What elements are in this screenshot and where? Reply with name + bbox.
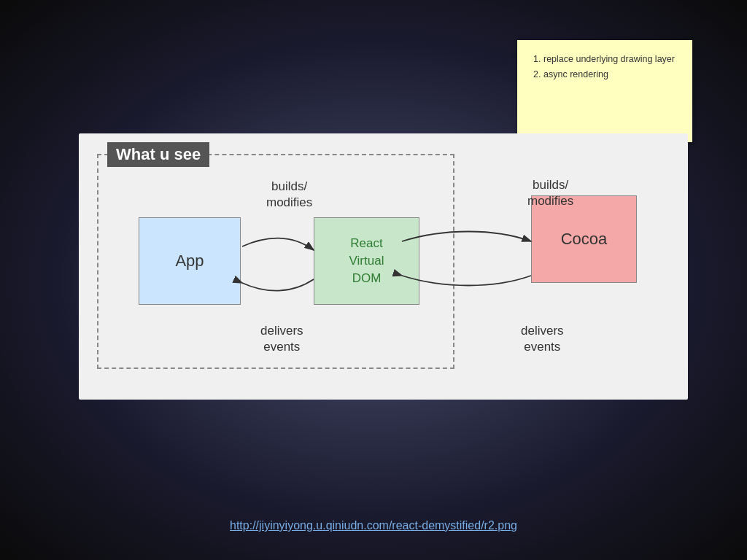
reference-link[interactable]: http://jiyinyiyong.u.qiniudn.com/react-d… [230,519,517,532]
sticky-item-1: replace underlying drawing layer [543,52,679,67]
what-u-see-label: What u see [107,142,209,167]
diagram-area: What u see App ReactVirtualDOM builds/mo… [97,154,454,369]
delivers-events-label-right: deliversevents [521,323,564,355]
builds-modifies-label-right: builds/modifies [527,177,573,209]
sticky-note: replace underlying drawing layer async r… [517,40,692,142]
virtual-dom-box: ReactVirtualDOM [314,217,419,305]
bottom-link-container: http://jiyinyiyong.u.qiniudn.com/react-d… [0,519,747,532]
delivers-events-label-left: deliversevents [260,323,303,355]
sticky-item-2: async rendering [543,67,679,82]
slide-container: What u see App ReactVirtualDOM builds/mo… [79,133,688,400]
app-box: App [139,217,241,305]
builds-modifies-label-left: builds/modifies [266,179,312,211]
